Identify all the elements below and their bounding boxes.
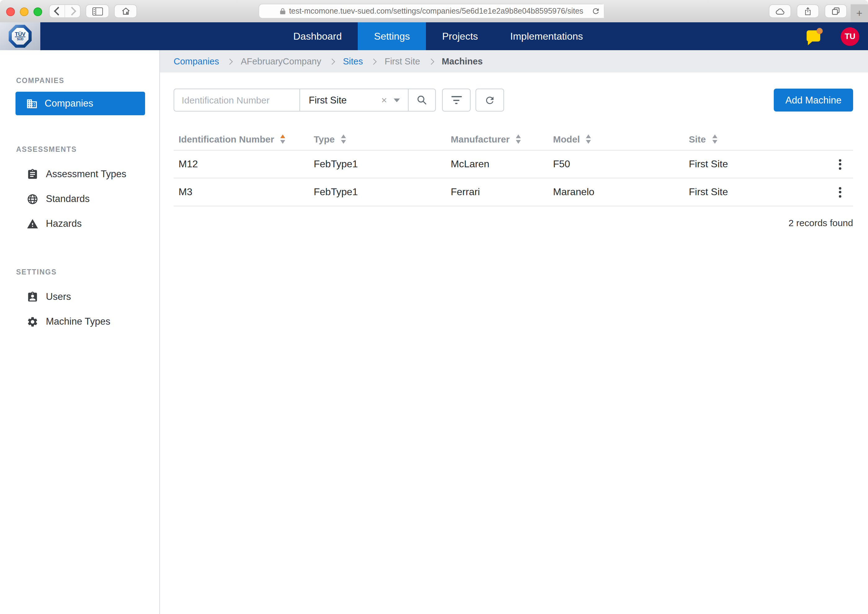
minimize-window-button[interactable] (20, 8, 28, 16)
nav-item-settings[interactable]: Settings (358, 22, 426, 50)
machines-table: Identification Number Type Manufacturer … (174, 128, 853, 228)
lock-icon (280, 8, 286, 15)
buildings-icon (26, 98, 38, 109)
sidebar-item-hazards[interactable]: Hazards (0, 211, 159, 236)
sidebar-item-users[interactable]: Users (0, 284, 159, 309)
history-nav-buttons (49, 4, 81, 18)
forward-icon (67, 7, 76, 16)
cell-identification-number: M12 (174, 159, 309, 170)
user-badge-icon (26, 291, 39, 303)
sort-icon (586, 134, 591, 143)
breadcrumb: Companies AFebruaryCompany Sites First S… (160, 50, 868, 73)
sidebar-item-machine-types[interactable]: Machine Types (0, 309, 159, 334)
nav-item-projects[interactable]: Projects (426, 22, 494, 50)
icloud-tabs-button[interactable] (769, 4, 791, 18)
tab-overview-button[interactable] (824, 4, 847, 18)
breadcrumb-site-name: First Site (385, 56, 420, 66)
row-actions-kebab-icon[interactable] (831, 183, 848, 201)
avatar[interactable]: TU (841, 27, 859, 45)
chevron-down-icon[interactable] (394, 98, 400, 102)
home-icon (121, 6, 131, 16)
new-tab-icon: + (856, 7, 862, 20)
zoom-window-button[interactable] (33, 8, 42, 16)
sidebar-section-companies: COMPANIES (0, 77, 159, 84)
share-button[interactable] (797, 4, 819, 18)
forward-button[interactable] (65, 5, 80, 17)
sidebar-toggle-icon (92, 7, 103, 15)
reload-icon[interactable] (591, 7, 600, 16)
row-actions-kebab-icon[interactable] (831, 155, 848, 173)
chat-icon[interactable] (807, 30, 820, 42)
column-header-site[interactable]: Site (684, 133, 826, 144)
chevron-right-icon (329, 58, 335, 64)
back-button[interactable] (50, 5, 65, 17)
site-filter-value: First Site (309, 95, 347, 105)
cloud-icon (775, 7, 786, 16)
cell-manufacturer: McLaren (446, 159, 548, 170)
identification-number-input[interactable] (174, 89, 299, 111)
sort-icon (280, 134, 285, 143)
main-content: First Site × (160, 73, 868, 614)
breadcrumb-company-name: AFebruaryCompany (241, 56, 322, 66)
refresh-button[interactable] (476, 88, 504, 112)
records-count: 2 records found (174, 217, 853, 228)
sidebar: COMPANIES Companies ASSESSMENTS Assessme… (0, 50, 160, 614)
table-row: M12 FebType1 McLaren F50 First Site (174, 150, 853, 178)
cell-site: First Site (684, 186, 826, 198)
cell-type: FebType1 (309, 186, 446, 198)
app-logo[interactable]: TÜV SÜD (0, 22, 40, 50)
browser-right-buttons (769, 4, 847, 18)
cell-model: F50 (548, 159, 684, 170)
window-controls (6, 8, 42, 16)
browser-toolbar: test-mcomone.tuev-sued.com/settings/comp… (0, 0, 868, 23)
filter-icon (451, 96, 462, 104)
sidebar-item-standards[interactable]: Standards (0, 186, 159, 211)
new-tab-button[interactable]: + (851, 4, 868, 22)
search-button[interactable] (408, 89, 435, 111)
chevron-right-icon (428, 58, 434, 64)
site-filter-select[interactable]: First Site × (299, 89, 408, 111)
home-button[interactable] (114, 4, 137, 18)
sidebar-item-assessment-types[interactable]: Assessment Types (0, 162, 159, 186)
column-header-manufacturer[interactable]: Manufacturer (446, 133, 548, 144)
tabs-icon (831, 6, 841, 16)
refresh-icon (484, 95, 495, 105)
search-icon (416, 94, 428, 106)
breadcrumb-companies[interactable]: Companies (174, 56, 219, 66)
chevron-right-icon (371, 58, 377, 64)
back-icon (54, 7, 62, 16)
column-header-model[interactable]: Model (548, 133, 684, 144)
breadcrumb-current: Machines (442, 56, 483, 66)
breadcrumb-sites[interactable]: Sites (343, 56, 363, 66)
chevron-right-icon (227, 58, 233, 64)
url-text: test-mcomone.tuev-sued.com/settings/comp… (289, 7, 583, 16)
add-machine-button[interactable]: Add Machine (774, 88, 853, 112)
cell-identification-number: M3 (174, 186, 309, 198)
cell-manufacturer: Ferrari (446, 186, 548, 198)
cell-site: First Site (684, 159, 826, 170)
filter-button[interactable] (442, 88, 471, 112)
cell-type: FebType1 (309, 159, 446, 170)
column-header-identification-number[interactable]: Identification Number (174, 133, 309, 144)
globe-icon (26, 193, 39, 205)
close-window-button[interactable] (6, 8, 15, 16)
search-group: First Site × (174, 88, 436, 112)
nav-item-implementations[interactable]: Implementations (494, 22, 599, 50)
column-header-type[interactable]: Type (309, 133, 446, 144)
address-bar[interactable]: test-mcomone.tuev-sued.com/settings/comp… (258, 4, 605, 19)
sidebar-item-companies[interactable]: Companies (16, 92, 145, 115)
app-navbar: TÜV SÜD Dashboard Settings Projects Impl… (0, 22, 868, 50)
clear-icon[interactable]: × (381, 95, 387, 105)
nav-item-dashboard[interactable]: Dashboard (277, 22, 358, 50)
sort-icon (712, 134, 717, 143)
clipboard-icon (26, 168, 39, 180)
warning-icon (26, 218, 39, 229)
sidebar-toggle-button[interactable] (86, 4, 109, 18)
main-nav: Dashboard Settings Projects Implementati… (277, 22, 599, 50)
share-icon (804, 6, 812, 16)
table-header-row: Identification Number Type Manufacturer … (174, 128, 853, 150)
sidebar-section-settings: SETTINGS (0, 268, 159, 276)
sort-icon (341, 134, 346, 143)
sort-icon (516, 134, 521, 143)
browser-window: test-mcomone.tuev-sued.com/settings/comp… (0, 0, 868, 614)
